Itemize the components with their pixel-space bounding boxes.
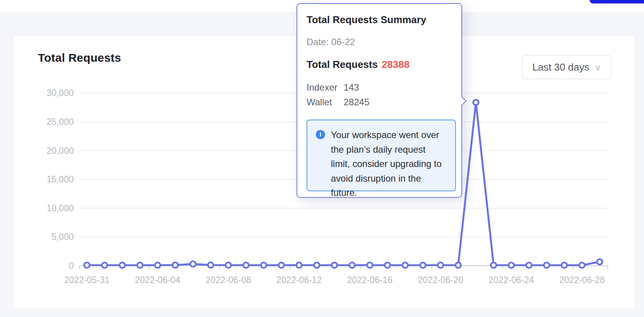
svg-text:2022-06-16: 2022-06-16 — [347, 275, 393, 285]
tooltip-date: Date: 06-22 — [307, 36, 452, 47]
wallet-label: Wallet — [307, 95, 344, 110]
svg-text:25,000: 25,000 — [47, 117, 74, 127]
tooltip-row-indexer: Indexer 143 — [307, 80, 452, 95]
wallet-value: 28245 — [344, 95, 369, 110]
tooltip-breakdown: Indexer 143 Wallet 28245 — [307, 80, 452, 110]
svg-text:2022-06-08: 2022-06-08 — [206, 275, 251, 285]
chevron-down-icon: ∨ — [595, 62, 601, 73]
tooltip-total-label: Total Requests — [307, 59, 378, 70]
tooltip-title: Total Requests Summary — [307, 14, 452, 26]
svg-text:15,000: 15,000 — [47, 174, 74, 184]
svg-text:2022-06-12: 2022-06-12 — [276, 275, 322, 285]
page-title: Total Requests — [38, 51, 121, 64]
svg-text:30,000: 30,000 — [47, 88, 74, 98]
indexer-value: 143 — [344, 80, 359, 95]
svg-text:2022-06-04: 2022-06-04 — [135, 275, 180, 285]
svg-text:0: 0 — [69, 261, 74, 271]
date-range-dropdown[interactable]: Last 30 days ∨ — [522, 55, 612, 79]
svg-text:2022-06-28: 2022-06-28 — [559, 275, 605, 285]
tooltip-row-wallet: Wallet 28245 — [307, 95, 452, 110]
date-range-value: Last 30 days — [532, 61, 589, 73]
indexer-label: Indexer — [307, 80, 344, 95]
svg-text:10,000: 10,000 — [47, 203, 74, 213]
limit-warning-text: Your workspace went over the plan’s dail… — [331, 128, 447, 183]
limit-warning-banner: i Your workspace went over the plan’s da… — [307, 120, 456, 191]
svg-text:2022-06-20: 2022-06-20 — [418, 275, 463, 285]
tooltip-total-value: 28388 — [381, 59, 409, 70]
svg-text:2022-06-24: 2022-06-24 — [488, 275, 534, 285]
tooltip-total-row: Total Requests28388 — [307, 59, 452, 71]
svg-text:20,000: 20,000 — [47, 146, 74, 156]
svg-text:5,000: 5,000 — [51, 232, 74, 242]
svg-text:2022-05-31: 2022-05-31 — [64, 275, 110, 285]
chart-tooltip: Total Requests Summary Date: 06-22 Total… — [297, 3, 462, 198]
info-icon: i — [316, 130, 325, 139]
primary-action-button-partial[interactable] — [590, 0, 644, 3]
